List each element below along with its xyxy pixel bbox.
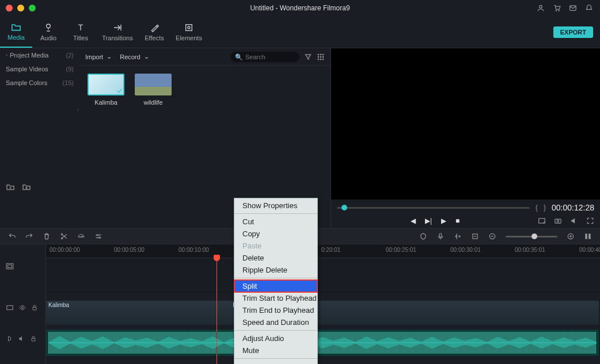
- zoom-slider[interactable]: [506, 236, 557, 237]
- speed-icon[interactable]: [77, 232, 85, 240]
- maximize-window-button[interactable]: [29, 5, 36, 12]
- playhead-handle[interactable]: [214, 255, 220, 261]
- adjust-icon[interactable]: [94, 232, 102, 240]
- record-button[interactable]: Record ⌄: [120, 53, 149, 60]
- preview-viewport: [331, 48, 600, 200]
- voiceover-icon[interactable]: [436, 232, 445, 240]
- redo-icon[interactable]: [25, 232, 33, 240]
- tab-audio[interactable]: Audio: [32, 16, 64, 48]
- menu-item-split[interactable]: Split: [234, 280, 317, 292]
- grid-view-icon[interactable]: [317, 53, 325, 61]
- menu-item-adjust-audio[interactable]: Adjust Audio: [234, 332, 317, 344]
- waveform: [48, 332, 597, 354]
- svg-rect-14: [320, 58, 321, 59]
- filter-icon[interactable]: [304, 53, 312, 61]
- playhead[interactable]: [217, 258, 217, 364]
- svg-rect-17: [555, 219, 561, 223]
- undo-icon[interactable]: [8, 232, 16, 240]
- fullscreen-icon[interactable]: [586, 217, 594, 225]
- tab-transitions[interactable]: Transitions: [97, 16, 138, 48]
- tab-elements[interactable]: Elements: [170, 16, 207, 48]
- menu-item-trim-start-to-playhead[interactable]: Trim Start to Playhead: [234, 292, 317, 304]
- context-menu: Show PropertiesCutCopyPasteDeleteRipple …: [234, 198, 318, 364]
- menu-item-ripple-delete[interactable]: Ripple Delete: [234, 264, 317, 276]
- video-clip[interactable]: Kalimba Kalimba: [46, 301, 599, 325]
- clip-label: Kalimba: [46, 301, 71, 309]
- aspect-icon[interactable]: [6, 263, 14, 270]
- mixer-icon[interactable]: [454, 232, 462, 240]
- menu-item-copy[interactable]: Copy: [234, 228, 317, 240]
- mark-in-icon[interactable]: {: [536, 204, 538, 212]
- media-item-kalimba[interactable]: Kalimba: [88, 74, 124, 106]
- stop-button[interactable]: ■: [455, 217, 460, 225]
- mute-icon[interactable]: [17, 335, 25, 342]
- svg-rect-28: [585, 233, 587, 239]
- menu-item-cut[interactable]: Cut: [234, 216, 317, 228]
- lock-icon[interactable]: [30, 335, 37, 342]
- audio-clip[interactable]: [46, 329, 599, 356]
- menu-item-trim-end-to-playhead[interactable]: Trim End to Playhead: [234, 304, 317, 316]
- media-thumbnail: [88, 74, 124, 95]
- prev-frame-button[interactable]: ◀: [411, 217, 416, 225]
- snapshot-icon[interactable]: [554, 217, 562, 225]
- panel-divider-handle[interactable]: ‹: [77, 106, 79, 113]
- svg-rect-13: [318, 58, 319, 59]
- user-icon[interactable]: [537, 4, 545, 12]
- tab-effects[interactable]: Effects: [138, 16, 170, 48]
- delete-icon[interactable]: [43, 232, 51, 240]
- sidebar-item-count: (9): [66, 66, 74, 72]
- svg-point-2: [559, 10, 559, 11]
- scrubber-handle[interactable]: [341, 205, 347, 210]
- timeline-ruler[interactable]: 00:00:00:0000:00:05:0000:00:10:000:20:01…: [46, 244, 600, 258]
- remove-folder-icon[interactable]: [22, 183, 31, 191]
- zoom-out-icon[interactable]: [488, 232, 496, 240]
- add-folder-icon[interactable]: [6, 183, 15, 191]
- zoom-slider-handle[interactable]: [531, 233, 537, 239]
- menu-item-show-properties[interactable]: Show Properties: [234, 200, 317, 212]
- svg-rect-23: [439, 233, 442, 237]
- safe-zone-icon[interactable]: [538, 217, 546, 225]
- manage-tracks-icon[interactable]: [584, 232, 592, 240]
- lock-icon[interactable]: [31, 304, 38, 311]
- play-button[interactable]: ▶: [441, 217, 446, 225]
- window-title: Untitled - Wondershare Filmora9: [250, 4, 350, 12]
- tab-titles[interactable]: Titles: [64, 16, 97, 48]
- svg-rect-15: [322, 58, 324, 59]
- svg-point-1: [556, 10, 556, 11]
- window-controls: [0, 5, 36, 12]
- notification-icon[interactable]: [585, 4, 593, 12]
- export-button[interactable]: EXPORT: [553, 26, 593, 38]
- svg-point-6: [188, 26, 190, 29]
- visibility-icon[interactable]: [18, 304, 26, 311]
- menu-separator: [234, 278, 317, 278]
- menu-item-enable-timeline-snap[interactable]: Enable Timeline Snap: [234, 361, 317, 364]
- mark-out-icon[interactable]: }: [544, 204, 546, 212]
- close-window-button[interactable]: [6, 5, 13, 12]
- svg-rect-35: [32, 339, 35, 342]
- cart-icon[interactable]: [553, 4, 561, 12]
- volume-icon[interactable]: [570, 217, 578, 225]
- zoom-in-icon[interactable]: [567, 232, 575, 240]
- tab-label: Transitions: [102, 35, 132, 41]
- tab-media[interactable]: Media: [0, 16, 32, 48]
- media-item-wildlife[interactable]: wildlife: [135, 74, 172, 106]
- menu-item-mute[interactable]: Mute: [234, 344, 317, 357]
- menu-separator: [234, 330, 317, 331]
- minimize-window-button[interactable]: [17, 5, 24, 12]
- timeline-tracks[interactable]: Kalimba Kalimba: [46, 258, 600, 364]
- sidebar-item-sample-colors[interactable]: Sample Colors (15): [0, 76, 79, 90]
- svg-point-20: [61, 237, 62, 239]
- tab-label: Elements: [176, 35, 202, 41]
- import-button[interactable]: Import ⌄: [85, 53, 112, 60]
- menu-item-delete[interactable]: Delete: [234, 252, 317, 264]
- menu-item-speed-and-duration[interactable]: Speed and Duration: [234, 316, 317, 328]
- sidebar-item-project-media[interactable]: › Project Media (2): [0, 48, 79, 62]
- sidebar-item-sample-videos[interactable]: Sample Videos (9): [0, 62, 79, 76]
- crop-icon[interactable]: [471, 232, 479, 240]
- split-icon[interactable]: [60, 232, 68, 240]
- step-play-button[interactable]: ▶|: [425, 217, 432, 225]
- marker-icon[interactable]: [419, 232, 427, 240]
- tab-label: Audio: [40, 35, 56, 41]
- scrubber[interactable]: [337, 207, 530, 209]
- message-icon[interactable]: [569, 4, 577, 12]
